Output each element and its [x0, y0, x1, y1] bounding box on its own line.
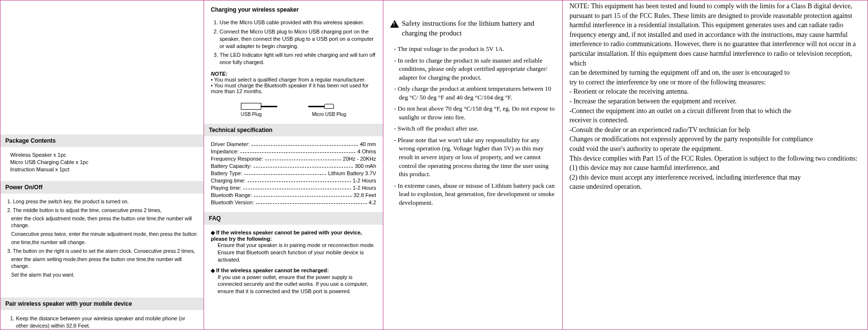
column-4: NOTE: This equipment has been tested and… — [563, 0, 868, 330]
power-step: Set the alarm that you want. — [11, 272, 197, 279]
package-contents-header: Package Contents — [0, 134, 204, 147]
spec-val: 4.2 — [369, 199, 376, 205]
spec-list: Driver Diameter:40 mm Impedance:4 Ohms F… — [211, 141, 376, 205]
note-item: You must charge the Bluetooth speaker if… — [211, 82, 376, 94]
manual-page: Package Contents Wireless Speaker x 1pc … — [0, 0, 868, 330]
spec-key: Impedance: — [211, 148, 238, 154]
power-steps: 1. Long press the switch key, the produc… — [7, 198, 197, 278]
fcc-text: NOTE: This equipment has been tested and… — [569, 1, 861, 68]
pair-steps: Keep the distance between your wireless … — [16, 315, 197, 330]
safety-item: Do not heat above 70 deg °C/158 deg °F, … — [399, 104, 555, 121]
spec-row: Bluetooth Version:4.2 — [211, 199, 376, 205]
pair-header: Pair wireless speaker with your mobile d… — [0, 297, 204, 310]
fcc-text: (2) this device must accept any interfer… — [569, 173, 861, 182]
faq-answer: If you use a power outlet, ensure that t… — [218, 274, 376, 296]
spec-row: Playing time:1-2 Hours — [211, 185, 376, 191]
safety-item: Only charge the product at ambient tempe… — [399, 84, 555, 101]
spec-row: Impedance:4 Ohms — [211, 148, 376, 154]
power-step: enter the alarm setting mode,then press … — [11, 256, 197, 269]
fcc-text: try to correct the interference by one o… — [569, 78, 861, 87]
fcc-text: (1) this device may not cause harmful in… — [569, 163, 861, 173]
usb-plug-icon: USB Plug — [241, 103, 262, 117]
spec-val: Lithium Battery 3.7V — [328, 170, 376, 176]
spec-key: Bluetooth Version: — [211, 199, 254, 205]
spec-val: 300 mAh — [355, 163, 376, 169]
charging-step: Connect the Micro USB plug to Micro USB … — [220, 28, 376, 50]
spec-row: Bluetooth Range:32.8 Feet — [211, 192, 376, 198]
micro-usb-plug-icon: Micro USB Plug — [312, 103, 347, 117]
safety-heading: Safety instructions for the lithium batt… — [390, 19, 555, 38]
power-step: Consecutive press twice, enter the minut… — [11, 231, 197, 238]
safety-item: In order to charge the product in safe m… — [399, 56, 555, 82]
safety-item: The input voltage to the product is 5V 1… — [399, 45, 555, 53]
spec-row: Driver Diameter:40 mm — [211, 141, 376, 147]
fcc-text: can be determined by turning the equipme… — [569, 68, 861, 78]
pair-step: Keep the distance between your wireless … — [16, 315, 197, 330]
charging-step: The LED Indicator light will turn red wh… — [220, 51, 376, 66]
note-items: You must select a qualified charger from… — [211, 77, 376, 94]
package-item: Micro USB Charging Cable x 1pc — [10, 159, 197, 165]
safety-title: Safety instructions for the lithium batt… — [402, 19, 555, 38]
power-step: one time,the number will change. — [11, 239, 197, 246]
charging-steps: Use the Micro USB cable provided with th… — [220, 19, 376, 66]
safety-item: In extreme cases, abuse or misuse of Lit… — [399, 182, 555, 207]
fcc-text: -Consult the dealer or an experienced ra… — [569, 125, 861, 135]
spec-key: Charging time: — [211, 178, 246, 183]
fcc-text: - Increase the separation between the eq… — [569, 97, 861, 106]
note-item: You must select a qualified charger from… — [211, 77, 376, 82]
power-step: 1. Long press the switch key, the produc… — [7, 198, 197, 205]
faq-question: If the wireless speaker cannot be paired… — [211, 230, 376, 242]
fcc-text: - Reorient or relocate the receiving ant… — [569, 87, 861, 97]
faq-answer: Ensure that your speaker is in pairing m… — [218, 242, 376, 249]
power-header: Power On/Off — [0, 181, 204, 194]
faq-header: FAQ — [204, 212, 383, 225]
power-step: enter the clock adjustment mode, then pr… — [11, 215, 197, 229]
fcc-text: could void the user's authority to opera… — [569, 144, 861, 154]
plug-diagram: USB Plug Micro USB Plug — [216, 103, 371, 117]
package-item: Instruction Manual x 1pct — [10, 166, 197, 172]
power-step: 2. The middle button is to adjust the ti… — [7, 207, 197, 214]
charging-step: Use the Micro USB cable provided with th… — [220, 19, 376, 26]
faq-answer: Ensure that Bluetooth search function of… — [218, 249, 376, 264]
charging-header: Charging your wireless speaker — [211, 6, 376, 13]
spec-val: 4 Ohms — [357, 148, 376, 154]
faq-question: If the wireless speaker cannot be rechar… — [211, 267, 376, 274]
safety-item: Switch off the product after use. — [399, 124, 555, 133]
spec-val: 1-2 Hours — [353, 185, 376, 191]
tech-spec-header: Technical specification — [204, 124, 383, 136]
fcc-text: -Connect the equipment into an outlet on… — [569, 106, 861, 116]
note-header: NOTE: — [211, 71, 376, 77]
spec-key: Bluetooth Range: — [211, 192, 252, 198]
spec-row: Battery Type:Lithium Battery 3.7V — [211, 170, 376, 176]
package-item: Wireless Speaker x 1pc — [10, 152, 197, 158]
safety-list: The input voltage to the product is 5V 1… — [399, 45, 555, 207]
fcc-text: This device complies with Part 15 of the… — [569, 154, 861, 164]
spec-key: Driver Diameter: — [211, 141, 250, 147]
spec-val: 40 mm — [360, 141, 376, 147]
spec-key: Frequency Response: — [211, 156, 263, 162]
column-3: Safety instructions for the lithium batt… — [383, 0, 563, 330]
spec-row: Charging time:1-2 Hours — [211, 178, 376, 183]
fcc-text: receiver is connected. — [569, 116, 861, 125]
safety-item: Please note that we won't take any respo… — [399, 136, 555, 179]
spec-row: Battery Capacity:300 mAh — [211, 163, 376, 169]
spec-key: Playing time: — [211, 185, 241, 191]
usb-plug-label: USB Plug — [241, 112, 262, 117]
column-1: Package Contents Wireless Speaker x 1pc … — [0, 0, 204, 330]
spec-val: 32.8 Feet — [354, 192, 376, 198]
power-step: 3. The button on the right is used to se… — [7, 248, 197, 255]
fcc-text: Changes or modifications not expressly a… — [569, 134, 861, 144]
spec-val: 1-2 Hours — [353, 178, 376, 183]
spec-val: 20Hz - 20KHz — [343, 156, 376, 162]
column-2: Charging your wireless speaker Use the M… — [204, 0, 383, 330]
spec-row: Frequency Response:20Hz - 20KHz — [211, 156, 376, 162]
spec-key: Battery Capacity: — [211, 163, 252, 169]
warning-icon — [390, 20, 399, 28]
fcc-text: cause undesired operation. — [569, 182, 861, 192]
faq-block: If the wireless speaker cannot be paired… — [211, 230, 376, 295]
micro-usb-label: Micro USB Plug — [312, 112, 347, 117]
spec-key: Battery Type: — [211, 170, 242, 176]
